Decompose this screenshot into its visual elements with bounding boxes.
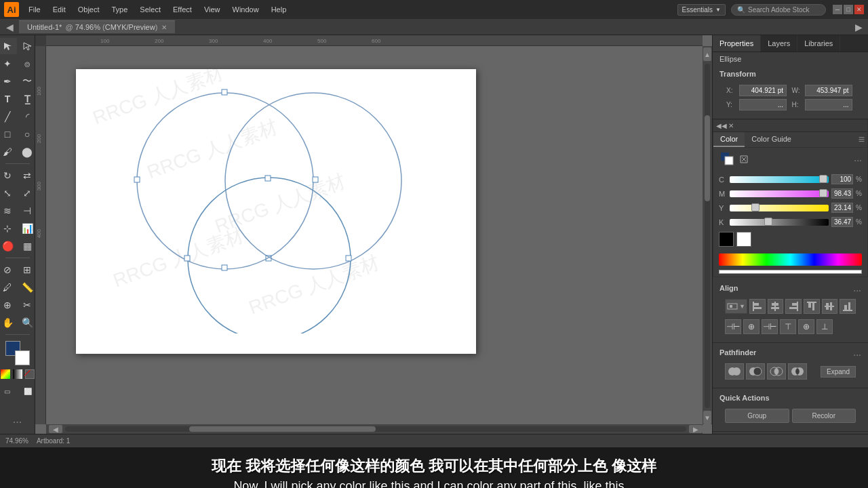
- k-value-input[interactable]: [831, 217, 853, 227]
- pathfinder-more[interactable]: ···: [853, 349, 861, 360]
- symbol-sprayer-tool[interactable]: 🔴: [0, 238, 17, 254]
- minimize-button[interactable]: ─: [833, 5, 842, 14]
- panel-collapse-left[interactable]: ◀◀: [716, 122, 727, 129]
- color-tab[interactable]: Color: [713, 132, 745, 147]
- color-icon[interactable]: [1, 369, 10, 379]
- pathfinder-unite[interactable]: [725, 363, 744, 380]
- recolor-button[interactable]: Recolor: [792, 409, 856, 423]
- color-display-toggle[interactable]: [738, 153, 750, 167]
- gradient-tool[interactable]: ⊘: [0, 262, 17, 278]
- dist-right-button[interactable]: ⊣⊢: [762, 319, 778, 334]
- direct-selection-tool[interactable]: [18, 38, 35, 54]
- c-value-input[interactable]: [831, 174, 853, 184]
- h-scroll-thumb[interactable]: [189, 426, 376, 432]
- warp-tool[interactable]: ≋: [0, 203, 17, 219]
- rotate-tool[interactable]: ↻: [0, 167, 17, 184]
- v-scroll-thumb[interactable]: [705, 115, 710, 201]
- gradient-icon[interactable]: [13, 369, 22, 379]
- x-input[interactable]: [739, 85, 787, 96]
- k-track[interactable]: [730, 219, 829, 226]
- scroll-right-button[interactable]: ▶: [689, 425, 703, 433]
- menu-window[interactable]: Window: [227, 4, 264, 15]
- m-thumb[interactable]: [819, 189, 827, 197]
- paintbrush-tool[interactable]: 🖌: [0, 144, 17, 160]
- right-panel-toggle[interactable]: ▶: [852, 20, 865, 34]
- m-track[interactable]: [730, 190, 829, 197]
- tab-libraries[interactable]: Libraries: [797, 35, 840, 52]
- workspace-switcher[interactable]: Essentials ▼: [677, 4, 726, 16]
- y-track[interactable]: [730, 205, 829, 211]
- align-top-button[interactable]: [804, 299, 820, 314]
- more-tools-button[interactable]: ···: [13, 416, 22, 431]
- dist-center-h-button[interactable]: ⊕: [743, 319, 760, 334]
- scroll-down-button[interactable]: ▼: [703, 411, 711, 424]
- dist-left-button[interactable]: ⊣⊢: [725, 319, 741, 334]
- left-panel-toggle[interactable]: ◀: [3, 20, 16, 34]
- normal-screen-mode[interactable]: ▭: [0, 383, 17, 399]
- mesh-tool[interactable]: ⊞: [18, 262, 35, 278]
- scroll-left-button[interactable]: ◀: [49, 425, 62, 433]
- v-scrollbar[interactable]: ▲ ▼: [703, 46, 712, 424]
- hand-tool[interactable]: ✋: [0, 314, 17, 331]
- arc-tool[interactable]: ◜: [18, 108, 35, 125]
- pathfinder-intersect[interactable]: [767, 363, 786, 380]
- align-to-dropdown[interactable]: ▼: [725, 299, 747, 314]
- group-button[interactable]: Group: [725, 409, 789, 423]
- close-button[interactable]: ✕: [854, 5, 864, 14]
- y-value-input[interactable]: [831, 203, 853, 213]
- background-color[interactable]: [15, 350, 30, 365]
- full-screen-mode[interactable]: ⬜: [18, 383, 36, 399]
- menu-edit[interactable]: Edit: [47, 4, 71, 15]
- search-stock[interactable]: 🔍 Search Adobe Stock: [731, 4, 826, 16]
- type-tool[interactable]: T: [0, 91, 17, 107]
- vertical-type-tool[interactable]: T̲: [18, 91, 35, 107]
- canvas-area[interactable]: 100 200 300 400 500 600 100 200 300 400 …: [35, 35, 712, 434]
- line-tool[interactable]: ╱: [0, 108, 17, 125]
- spectrum-bar[interactable]: [719, 253, 862, 266]
- no-fill-icon[interactable]: [25, 369, 35, 379]
- color-panel-menu[interactable]: ≡: [856, 132, 867, 147]
- align-right-button[interactable]: [785, 299, 802, 314]
- v-scroll-track[interactable]: [705, 64, 710, 408]
- column-graph-tool[interactable]: ▦: [18, 238, 35, 254]
- maximize-button[interactable]: □: [844, 5, 853, 14]
- align-more[interactable]: ···: [853, 285, 861, 296]
- menu-effect[interactable]: Effect: [167, 4, 197, 15]
- align-center-v-button[interactable]: [822, 299, 838, 314]
- black-swatch[interactable]: [719, 232, 734, 247]
- scroll-up-button[interactable]: ▲: [703, 47, 711, 61]
- menu-help[interactable]: Help: [266, 4, 292, 15]
- blend-tool[interactable]: ⊕: [0, 297, 17, 313]
- white-bar[interactable]: [719, 270, 862, 274]
- align-bottom-button[interactable]: [840, 299, 856, 314]
- dist-top-button[interactable]: ⊤: [780, 319, 796, 334]
- expand-button[interactable]: Expand: [821, 366, 856, 378]
- slice-tool[interactable]: ✂: [18, 297, 35, 313]
- panel-close-x[interactable]: ✕: [728, 122, 734, 129]
- w-input[interactable]: [805, 85, 852, 96]
- c-track[interactable]: [730, 176, 829, 183]
- h-scrollbar[interactable]: ◀ ▶: [46, 424, 703, 434]
- graph-tool[interactable]: 📊: [18, 220, 35, 237]
- magic-wand-tool[interactable]: ✦: [0, 56, 17, 72]
- artboard[interactable]: RRCG 人人素材 RRCG 人人素材 RRCG 人人素材 RRCG 人人素材 …: [76, 69, 476, 354]
- lasso-tool[interactable]: ⌾: [18, 56, 35, 72]
- white-swatch[interactable]: [736, 232, 751, 247]
- tab-layers[interactable]: Layers: [761, 35, 797, 52]
- y-input[interactable]: [739, 99, 787, 110]
- h-input[interactable]: [805, 99, 852, 110]
- pathfinder-exclude[interactable]: [788, 363, 807, 380]
- align-left-button[interactable]: [749, 299, 766, 314]
- reflect-tool[interactable]: ⇄: [18, 167, 35, 184]
- dist-center-v-button[interactable]: ⊕: [798, 319, 814, 334]
- color-more-options[interactable]: ···: [854, 155, 862, 165]
- tab-close-button[interactable]: ✕: [161, 24, 167, 31]
- tab-properties[interactable]: Properties: [713, 35, 761, 52]
- menu-object[interactable]: Object: [73, 4, 105, 15]
- blob-brush-tool[interactable]: ⬤: [18, 144, 35, 160]
- k-thumb[interactable]: [764, 218, 772, 226]
- curvature-tool[interactable]: 〜: [18, 73, 35, 89]
- zoom-tool[interactable]: 🔍: [18, 314, 35, 331]
- document-tab[interactable]: Untitled-1* @ 74.96% (CMYK/Preview) ✕: [19, 20, 175, 33]
- free-transform-tool[interactable]: ⊹: [0, 220, 17, 237]
